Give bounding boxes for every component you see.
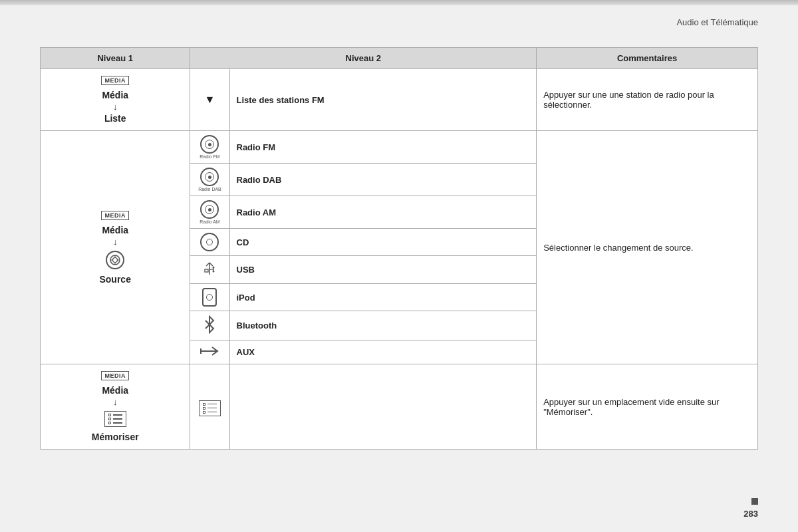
- radio-fm-icon-label: Radio FM: [200, 154, 219, 159]
- icon-cell-bluetooth: [190, 311, 229, 340]
- niveau2-label-liste: Liste des stations FM: [237, 95, 325, 105]
- icon-cell-aux: [190, 340, 229, 364]
- cd-icon: [200, 233, 219, 251]
- svg-point-12: [213, 267, 215, 269]
- radio-am-icon: [200, 200, 219, 219]
- text-cell-radio-dab: Radio DAB: [229, 164, 537, 196]
- source-svg-icon: [109, 254, 121, 266]
- media-badge-liste: MEDIA: [101, 76, 129, 85]
- down-arrow-memoriser-icon: ↓: [113, 398, 118, 406]
- down-triangle-icon: ▼: [205, 94, 215, 105]
- page-number: 283: [743, 509, 758, 519]
- label-radio-am: Radio AM: [237, 207, 276, 217]
- icon-cell-cd: [190, 229, 229, 256]
- icon-cell-radio-am: Radio AM: [190, 196, 229, 229]
- media-table: Niveau 1 Niveau 2 Commentaires MEDIA Méd…: [40, 47, 758, 450]
- radio-am-icon-label: Radio AM: [200, 219, 219, 224]
- niveau2-icon-cell-liste: ▼: [190, 69, 229, 131]
- text-cell-radio-fm: Radio FM: [229, 131, 537, 164]
- commentaire-cell-liste: Appuyer sur une une station de radio pou…: [537, 69, 758, 131]
- down-arrow-icon: ↓: [113, 102, 118, 111]
- page-rect-icon: [751, 498, 758, 505]
- icon-cell-usb: [190, 256, 229, 284]
- text-cell-usb: USB: [229, 256, 537, 284]
- svg-point-13: [213, 271, 215, 273]
- media-badge-source: MEDIA: [101, 211, 129, 220]
- aux-icon: [200, 344, 219, 358]
- icon-cell-memoriser: [190, 364, 229, 450]
- page-background: Audio et Télématique Niveau 1 Niveau 2 C…: [0, 0, 798, 532]
- icon-cell-radio-dab: Radio DAB: [190, 164, 229, 196]
- table-row: MEDIA Média ↓ Liste ▼ Liste des stations…: [41, 69, 758, 131]
- niveau1-sub-source: Source: [99, 274, 130, 285]
- main-content: Niveau 1 Niveau 2 Commentaires MEDIA Méd…: [0, 34, 798, 463]
- commentaire-cell-memoriser: Appuyer sur un emplacement vide ensuite …: [537, 364, 758, 450]
- label-aux: AUX: [237, 347, 255, 357]
- label-radio-fm: Radio FM: [237, 142, 276, 152]
- label-usb: USB: [237, 265, 255, 275]
- commentaire-cell-source: Sélectionner le changement de source.: [537, 131, 758, 364]
- label-radio-dab: Radio DAB: [237, 175, 282, 185]
- niveau2-text-cell-liste: Liste des stations FM: [229, 69, 537, 131]
- text-cell-bluetooth: Bluetooth: [229, 311, 537, 340]
- radio-dab-icon: [200, 168, 219, 186]
- niveau1-label-media-source: Média: [102, 225, 128, 235]
- memoriser-icon: [199, 400, 221, 416]
- text-cell-memoriser: [229, 364, 537, 450]
- niveau1-cell-liste: MEDIA Média ↓ Liste: [41, 69, 190, 131]
- label-ipod: iPod: [237, 293, 255, 303]
- page-footer: 283: [743, 498, 758, 519]
- niveau1-sub-memoriser: Mémoriser: [92, 432, 139, 442]
- col-commentaires-header: Commentaires: [537, 48, 758, 69]
- header-title: Audio et Télématique: [676, 17, 758, 27]
- radio-dab-icon-label: Radio DAB: [198, 187, 221, 192]
- text-cell-radio-am: Radio AM: [229, 196, 537, 229]
- text-cell-aux: AUX: [229, 340, 537, 364]
- label-bluetooth: Bluetooth: [237, 321, 277, 331]
- niveau1-label-media-memoriser: Média: [102, 385, 128, 396]
- svg-point-1: [113, 257, 118, 262]
- down-arrow-source-icon: ↓: [113, 237, 118, 246]
- icon-cell-ipod: [190, 284, 229, 311]
- presets-icon: [104, 411, 126, 427]
- bluetooth-icon: [201, 315, 217, 334]
- media-badge-memoriser: MEDIA: [101, 371, 129, 380]
- top-bar: [0, 0, 798, 5]
- source-icon: [106, 251, 124, 269]
- table-row: MEDIA Média ↓: [41, 131, 758, 164]
- niveau1-cell-memoriser: MEDIA Média ↓: [41, 364, 190, 450]
- col-niveau1-header: Niveau 1: [41, 48, 190, 69]
- ipod-icon: [202, 288, 217, 307]
- page-header: Audio et Télématique: [0, 5, 798, 34]
- table-row: MEDIA Média ↓: [41, 364, 758, 450]
- niveau1-cell-source: MEDIA Média ↓: [41, 131, 190, 364]
- niveau1-label-media: Média: [102, 90, 128, 100]
- text-cell-ipod: iPod: [229, 284, 537, 311]
- icon-cell-radio-fm: Radio FM: [190, 131, 229, 164]
- label-cd: CD: [237, 237, 249, 247]
- niveau1-sub-liste: Liste: [104, 113, 126, 124]
- col-niveau2-header: Niveau 2: [190, 48, 537, 69]
- svg-rect-9: [205, 269, 208, 272]
- radio-fm-icon: [200, 135, 219, 154]
- usb-icon: [201, 260, 218, 277]
- text-cell-cd: CD: [229, 229, 537, 256]
